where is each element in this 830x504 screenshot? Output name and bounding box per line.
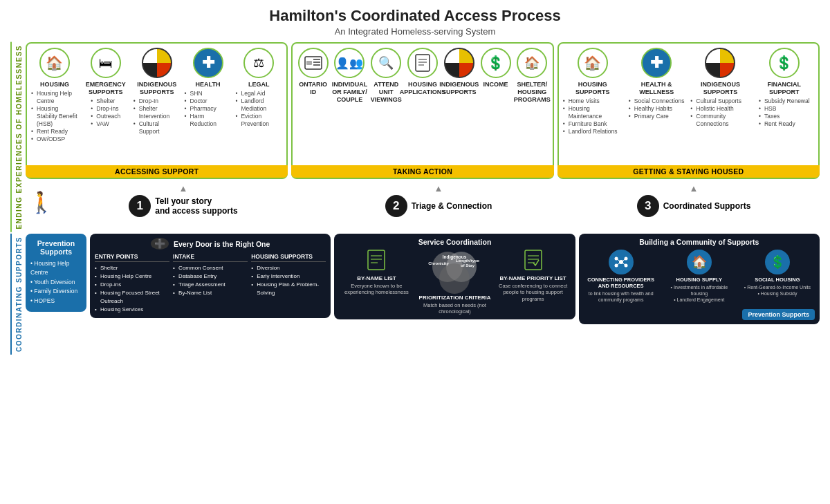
step1-text: Tell your storyand access supports (155, 196, 237, 216)
walker-figure: 🚶 (28, 187, 54, 214)
income-icon: 💲 (481, 48, 511, 78)
connecting-providers-title: CONNECTING PROVIDERS AND RESOURCES (584, 277, 658, 289)
legal-items: Legal AidLandlord MediationEviction Prev… (235, 90, 282, 128)
housing-supports-hdr: HOUSING SUPPORTS (251, 253, 326, 262)
page: Hamilton's Coordinated Access Process An… (0, 0, 830, 362)
social-housing-item: 💲 SOCIAL HOUSING • Rent-Geared-to-Income… (740, 250, 815, 297)
entry-points-hdr: ENTRY POINTS (95, 253, 169, 262)
venn-diagram: Chronicity Length/type of Stay Indigenou… (423, 250, 486, 295)
every-door-panel: ➕ Every Door is the Right One ENTRY POIN… (90, 234, 331, 318)
prevention-list: • Housing Help Centre • Youth Diversion … (30, 259, 82, 306)
unit-viewings-icon: 🔍 (371, 48, 401, 78)
entry-points-col: ENTRY POINTS ShelterHousing Help CentreD… (95, 253, 169, 314)
housing-supports-label: HOUSING SUPPORTS (563, 81, 622, 96)
prioritization-title: PRIORITIZATION CRITERIA (417, 295, 492, 301)
connecting-providers-icon (584, 250, 658, 274)
byname-list-title: BY-NAME LIST (339, 275, 414, 281)
svg-text:Chronicity: Chronicity (429, 261, 450, 265)
indigenous-label: INDIGENOUS SUPPORTS (133, 81, 181, 96)
venn-svg: Chronicity Length/type of Stay Indigenou… (423, 250, 486, 295)
section2-label: TAKING ACTION (291, 165, 553, 178)
getting-housed-panel: 🏠 HOUSING SUPPORTS Home VisitsHousing Ma… (557, 42, 820, 179)
housing-supports-list: DiversionEarly InterventionHousing Plan … (251, 264, 326, 297)
svg-rect-1 (306, 61, 312, 65)
emergency-icon: 🛏 (91, 48, 121, 78)
social-housing-title: SOCIAL HOUSING (740, 277, 815, 283)
housing-supports-items: Home VisitsHousing MaintenanceFurniture … (563, 97, 622, 136)
svg-point-15 (439, 263, 470, 294)
icon-shelter: 🏠 SHELTER/ HOUSING PROGRAMS (516, 48, 548, 103)
icon-income: 💲 INCOME (479, 48, 512, 88)
byname-list-item: BY-NAME LIST Everyone known to be experi… (339, 250, 414, 297)
connecting-providers-desc: to link housing with health and communit… (584, 290, 658, 303)
step3-area: ▲ 3 Coordinated Supports (568, 183, 820, 217)
financial-items: Subsidy RenewalHSBTaxesRent Ready (759, 97, 810, 128)
icon-legal: ⚖ LEGAL Legal AidLandlord MediationEvict… (235, 48, 282, 128)
legal-icon: ⚖ (243, 48, 274, 78)
icon-indigenous-3: INDIGENOUS SUPPORTS Cultural SupportsHol… (690, 48, 750, 128)
individual-icon: 👤👥 (334, 48, 365, 78)
service-coord-content: BY-NAME LIST Everyone known to be experi… (339, 250, 570, 316)
housing-apps-icon (407, 48, 438, 78)
emergency-items: ShelterDrop-insOutreachVAW (91, 97, 120, 128)
prevention-box: Prevention Supports • Housing Help Centr… (26, 234, 86, 312)
svg-rect-20 (525, 250, 542, 270)
icon-financial: 💲 FINANCIAL SUPPORT Subsidy RenewalHSBTa… (755, 48, 814, 128)
byname-priority-item: BY-NAME PRIORITY LIST Case conferencing … (496, 250, 571, 303)
housing-supply-item: 🏠 HOUSING SUPPLY • Investments in afford… (662, 250, 737, 303)
byname-priority-desc: Case conferencing to connect people to h… (496, 283, 571, 303)
unit-viewings-label: ATTEND UNIT VIEWINGS (370, 81, 403, 103)
financial-label: FINANCIAL SUPPORT (755, 81, 814, 96)
indigenous-2-label: INDIGENOUS SUPPORTS (439, 81, 479, 96)
housing-icon: 🏠 (39, 48, 70, 78)
vertical-label-top: ENDING EXPERIENCES OF HOMELESSNESS (10, 42, 26, 232)
accessing-support-panel: 🏠 HOUSING Housing Help CentreHousing Sta… (26, 42, 288, 179)
icon-unit-viewings: 🔍 ATTEND UNIT VIEWINGS (370, 48, 403, 103)
connecting-providers-item: CONNECTING PROVIDERS AND RESOURCES to li… (584, 250, 658, 303)
section3-label: GETTING & STAYING HOUSED (557, 165, 820, 178)
byname-priority-title: BY-NAME PRIORITY LIST (496, 275, 571, 281)
income-label: INCOME (483, 81, 508, 88)
building-community-title: Building a Community of Supports (584, 238, 815, 246)
individual-label: INDIVIDUAL OR FAMILY/ COUPLE (332, 81, 367, 103)
intake-col: INTAKE Common ConsentDatabase EntryTriag… (173, 253, 248, 314)
sub-title: An Integrated Homeless-serving System (10, 26, 820, 37)
vertical-label-bottom: COORDINATING SUPPORTS (10, 234, 26, 355)
taking-action-panel: ONTARIO ID 👤👥 INDIVIDUAL OR FAMILY/ COUP… (291, 42, 553, 179)
housing-supply-icon: 🏠 (687, 250, 712, 274)
svg-text:of Stay: of Stay (461, 263, 475, 268)
main-title: Hamilton's Coordinated Access Process (10, 7, 820, 25)
prevention-item: • Youth Diversion (30, 278, 82, 288)
step1-area: ▲ 1 Tell your storyand access supports (57, 183, 309, 217)
byname-list-icon (339, 250, 414, 274)
indigenous-3-icon (705, 48, 735, 78)
icon-housing-supports: 🏠 HOUSING SUPPORTS Home VisitsHousing Ma… (563, 48, 622, 136)
prevention-supports-btn[interactable]: Prevention Supports (742, 309, 815, 320)
intake-list: Common ConsentDatabase EntryTriage Asses… (173, 264, 248, 297)
housing-supply-desc: • Investments in affordable housing• Lan… (662, 284, 737, 303)
step3-text: Coordinated Supports (663, 201, 751, 211)
prevention-item: • Housing Help Centre (30, 259, 82, 278)
step2-text: Triage & Connection (412, 201, 492, 211)
every-door-title: ➕ Every Door is the Right One (95, 238, 326, 250)
icon-health-wellness: ✚ HEALTH & WELLNESS Social ConnectionsHe… (627, 48, 686, 120)
social-housing-desc: • Rent-Geared-to-Income Units• Housing S… (740, 284, 815, 297)
byname-list-desc: Everyone known to be experiencing homele… (339, 283, 414, 297)
housing-supply-title: HOUSING SUPPLY (662, 277, 737, 283)
health-wellness-icon: ✚ (641, 48, 672, 78)
service-coord-panel: Service Coordination BY-NAME LIST Everyo… (334, 234, 575, 320)
legal-label: LEGAL (248, 81, 270, 88)
step3-num: 3 (637, 195, 659, 217)
intake-hdr: INTAKE (173, 253, 248, 262)
svg-rect-5 (416, 55, 430, 71)
icon-ontario-id: ONTARIO ID (297, 48, 329, 96)
housing-apps-label: HOUSING APPLICATIONS (400, 81, 445, 96)
prevention-supports-area: Prevention Supports (584, 306, 815, 320)
building-community-content: CONNECTING PROVIDERS AND RESOURCES to li… (584, 250, 815, 303)
svg-rect-9 (368, 250, 385, 270)
icon-health: ✚ HEALTH SHNDoctorPharmacyHarm Reduction (185, 48, 232, 128)
icon-housing: 🏠 HOUSING Housing Help CentreHousing Sta… (31, 48, 78, 143)
housing-label: HOUSING (40, 81, 69, 88)
housing-supports-icon: 🏠 (578, 48, 608, 78)
entry-points-list: ShelterHousing Help CentreDrop-insHousin… (95, 264, 169, 314)
